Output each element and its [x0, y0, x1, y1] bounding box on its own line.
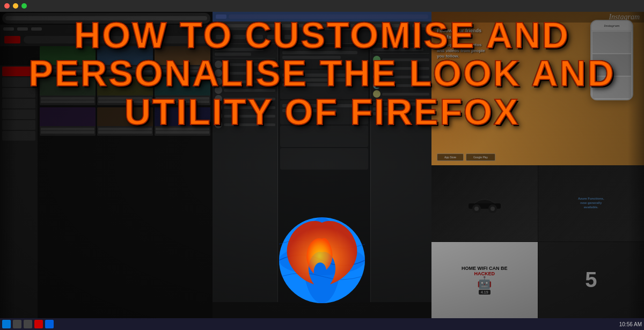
- instagram-panel: Instagram Follow your friendsand family.…: [431, 12, 644, 165]
- yt-main-content: [38, 44, 213, 318]
- side-fade-right: [628, 12, 644, 318]
- right-panels: Instagram Follow your friendsand family.…: [431, 12, 644, 318]
- android-icon: 🤖: [477, 277, 492, 289]
- youtube-panel: [0, 12, 213, 318]
- window-chrome: [0, 0, 644, 12]
- batman-cell: [431, 165, 538, 241]
- svg-point-3: [474, 207, 479, 211]
- taskbar-time: 10:56 AM: [619, 321, 642, 327]
- svg-point-4: [491, 207, 495, 211]
- ig-phone-mockup: Instagram: [590, 20, 633, 100]
- taskbar-start[interactable]: [2, 320, 11, 328]
- number-badge: 5: [585, 268, 597, 292]
- ig-overlay-text: Follow your friendsand family. Sign up t…: [437, 28, 485, 60]
- window-close-button[interactable]: [4, 3, 10, 9]
- fb-navbar: [213, 30, 431, 44]
- taskbar-icon-1[interactable]: [24, 320, 32, 328]
- yt-menu-bar: [0, 25, 213, 33]
- taskbar-icon-2[interactable]: [34, 320, 43, 328]
- taskbar-icon-3[interactable]: [45, 320, 54, 328]
- window-minimize-button[interactable]: [13, 3, 18, 9]
- wifi-badge: 4.19: [479, 290, 491, 295]
- side-fade-left: [0, 12, 16, 318]
- wifi-hacked-cell: home WiFi can beHACKED 🤖 4.19: [431, 242, 538, 318]
- taskbar-search[interactable]: [13, 320, 21, 328]
- firefox-logo: [268, 207, 376, 314]
- taskbar: 10:56 AM: [0, 318, 644, 330]
- window-maximize-button[interactable]: [21, 3, 27, 9]
- yt-address-bar: [2, 13, 210, 24]
- mixed-panel: Azure Functions,now generallyavailable. …: [431, 165, 644, 319]
- wifi-headline: home WiFi can beHACKED: [462, 266, 508, 277]
